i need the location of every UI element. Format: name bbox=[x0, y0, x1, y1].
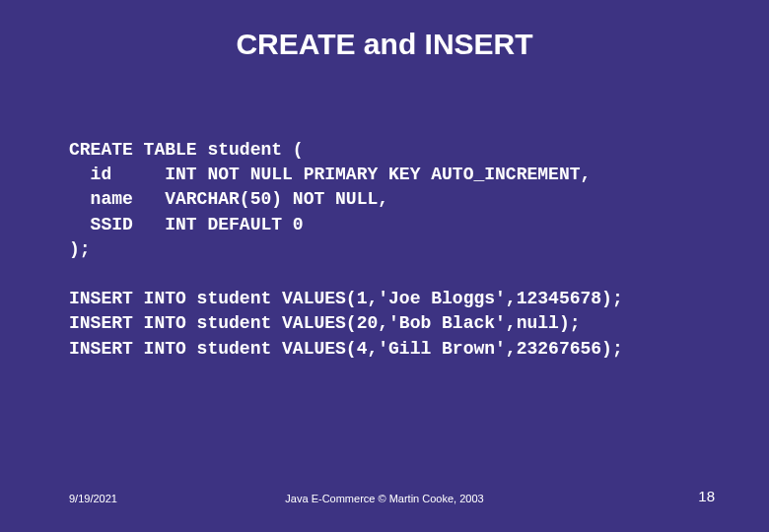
code-block: CREATE TABLE student ( id INT NOT NULL P… bbox=[69, 138, 623, 362]
slide: CREATE and INSERT CREATE TABLE student (… bbox=[0, 0, 769, 532]
slide-title: CREATE and INSERT bbox=[0, 28, 769, 61]
footer-copyright: Java E-Commerce © Martin Cooke, 2003 bbox=[0, 493, 769, 504]
footer-page-number: 18 bbox=[698, 488, 715, 504]
